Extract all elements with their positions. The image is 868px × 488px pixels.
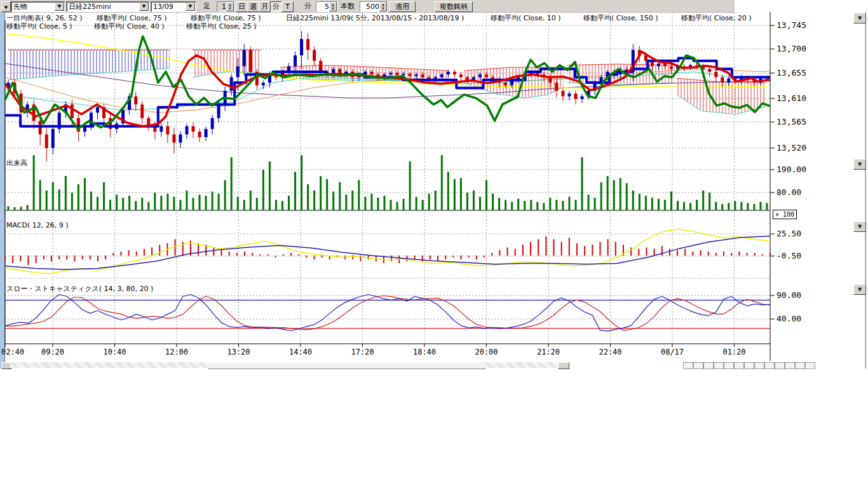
volume-bar	[160, 196, 162, 210]
volume-bar	[428, 194, 430, 210]
legend-ma20: 移動平均( Close, 20 )	[681, 13, 752, 23]
volume-bar	[422, 200, 424, 210]
volume-bar	[454, 179, 456, 210]
scrollbar-track-right[interactable]	[484, 362, 558, 368]
stochastics-panel-label: スロー・ストキャスティクス( 14, 3, 80, 20 )	[6, 284, 153, 294]
volume-bar	[658, 199, 660, 210]
volume-bar	[530, 200, 532, 210]
scrollbar-thumb[interactable]	[208, 362, 485, 369]
candle-body	[134, 97, 137, 105]
x-axis-label: 18:40	[413, 348, 436, 356]
volume-bar	[301, 155, 302, 210]
scrollbar-cell[interactable]	[795, 362, 805, 369]
legend-ma150: 移動平均( Close, 150 )	[583, 13, 658, 23]
volume-bar	[511, 202, 513, 210]
volume-bar	[728, 203, 729, 210]
volume-axis-dropdown[interactable]: ▼	[853, 159, 866, 170]
scrollbar-cell[interactable]	[703, 362, 714, 369]
volume-bar	[269, 161, 271, 210]
x-axis-label: 22:40	[599, 348, 621, 356]
legend-ma25: 移動平均( Close, 25 )	[186, 22, 257, 31]
candle-body	[191, 126, 194, 132]
volume-bar	[403, 199, 405, 210]
scrollbar-cell[interactable]	[744, 362, 754, 369]
scrollbar-cell[interactable]	[724, 362, 734, 369]
y-axis-label: 13,610	[776, 93, 806, 103]
x-axis-label: 13:20	[227, 348, 250, 356]
candle-body	[567, 93, 571, 96]
candle-body	[657, 64, 660, 66]
candle-body	[140, 104, 144, 118]
volume-bar	[103, 182, 105, 210]
volume-bar	[332, 192, 334, 210]
candle-body	[71, 104, 74, 118]
volume-bar	[639, 194, 641, 210]
candle-body	[236, 66, 240, 77]
candle-body	[670, 66, 673, 69]
volume-bar	[262, 170, 264, 210]
stoch-axis-dropdown[interactable]: ▼	[853, 284, 866, 295]
scrollbar-cell[interactable]	[714, 362, 724, 369]
scrollbar-track-left[interactable]	[10, 362, 208, 368]
volume-bar	[179, 200, 181, 210]
volume-bar	[90, 192, 92, 210]
candle-body	[478, 74, 482, 77]
stoch-d-line	[5, 296, 770, 330]
volume-bar	[435, 191, 437, 210]
volume-bar	[620, 178, 621, 210]
candle-body	[172, 135, 175, 143]
volume-bar	[135, 201, 137, 210]
scrollbar-cell[interactable]	[683, 362, 693, 369]
x-axis-label: 14:40	[289, 348, 312, 356]
volume-bar	[339, 182, 341, 210]
x-axis-label: 12:00	[165, 348, 188, 356]
candle-body	[574, 93, 577, 99]
volume-bar	[683, 202, 685, 210]
volume-bar	[766, 203, 768, 210]
candle-body	[51, 129, 55, 148]
volume-bar	[97, 197, 98, 210]
chart-plot-area[interactable]: 13,74513,70013,65513,61013,56513,520190.…	[0, 0, 868, 381]
macd-axis-dropdown[interactable]: ▼	[853, 221, 866, 232]
volume-bar	[212, 192, 214, 210]
volume-bar	[645, 196, 647, 210]
y-axis-label: 25.50	[776, 229, 801, 238]
candle-body	[39, 121, 42, 134]
volume-bar	[14, 207, 16, 210]
scrollbar-cell[interactable]	[775, 362, 785, 369]
volume-bar	[166, 194, 168, 210]
candle-body	[459, 74, 463, 77]
scrollbar-right-button[interactable]	[558, 362, 569, 369]
scrollbar-cell[interactable]	[693, 362, 703, 369]
scrollbar-cell[interactable]	[734, 362, 744, 369]
volume-bar	[345, 194, 347, 210]
volume-bar	[677, 201, 679, 210]
volume-bar	[632, 191, 634, 210]
legend-ma10: 移動平均( Close, 10 )	[491, 13, 561, 23]
y-axis-label: 13,565	[776, 117, 806, 126]
scrollbar-cell[interactable]	[785, 362, 795, 369]
y-axis-label: 190.00	[776, 165, 806, 174]
price-axis-dropdown[interactable]: ▼	[853, 13, 866, 24]
candle-body	[708, 69, 711, 72]
volume-bar	[58, 189, 60, 210]
candle-body	[249, 50, 252, 72]
candle-body	[211, 118, 214, 129]
volume-bar	[192, 198, 194, 210]
volume-bar	[46, 191, 48, 210]
volume-bar	[39, 180, 41, 210]
candle-body	[159, 126, 163, 132]
y-axis-label: 13,745	[776, 20, 806, 30]
volume-bar	[52, 182, 54, 210]
volume-bar	[20, 207, 22, 210]
volume-bar	[600, 182, 602, 210]
scrollbar-cell[interactable]	[805, 362, 815, 369]
volume-bar	[753, 204, 755, 210]
volume-bar	[186, 191, 187, 210]
candle-body	[466, 77, 469, 79]
volume-bar	[84, 178, 86, 210]
scrollbar-cell[interactable]	[764, 362, 775, 369]
scrollbar-cell[interactable]	[754, 362, 764, 369]
volume-bar	[479, 197, 481, 210]
volume-bar	[524, 201, 526, 210]
